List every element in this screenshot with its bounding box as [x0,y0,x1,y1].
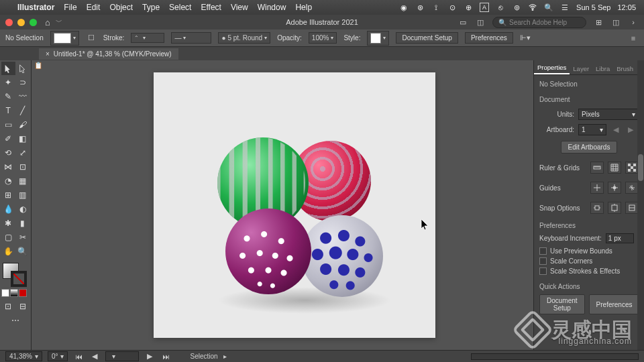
show-guides-icon[interactable] [590,182,604,194]
use-preview-bounds-checkbox[interactable]: Use Preview Bounds [539,247,639,255]
menu-help[interactable]: Help [295,3,312,12]
color-mode[interactable] [1,289,9,297]
symbol-sprayer-tool[interactable]: ✱ [1,217,15,230]
menu-object[interactable]: Object [109,3,133,12]
units-select[interactable]: Pixels▾ [578,109,639,120]
tab-layers[interactable]: Layer [570,63,592,74]
ruler-icon[interactable] [590,162,604,174]
curvature-tool[interactable]: 〰 [16,90,30,103]
gradient-tool[interactable]: ▥ [16,188,30,202]
edit-toolbar[interactable]: ⋯ [1,314,30,327]
keyboard-increment-input[interactable] [606,233,634,243]
type-tool[interactable]: T [1,104,15,117]
gradient-mode[interactable] [10,289,18,297]
menu-view[interactable]: View [231,3,248,12]
close-icon[interactable]: × [46,50,50,58]
next-artboard-icon[interactable]: ▶ [625,126,636,134]
menu-date[interactable]: Sun 5 Sep [576,3,610,11]
document-setup-button[interactable]: Document Setup [396,32,458,44]
menu-select[interactable]: Select [169,3,191,12]
shape-builder-tool[interactable]: ◔ [1,174,15,188]
stroke-weight[interactable]: ⌃▾ [131,33,164,43]
smart-guides-icon[interactable] [625,182,639,194]
canvas-area[interactable]: 📋 [32,60,533,350]
status-icon[interactable]: ⟟ [431,3,441,12]
share-icon[interactable]: ▭ [458,18,468,26]
paste-icon[interactable]: 📋 [34,62,42,69]
stroke-swatch[interactable] [11,271,27,287]
wifi-icon[interactable] [528,3,537,12]
line-tool[interactable]: ╱ [16,104,30,117]
magic-wand-tool[interactable]: ✦ [1,76,15,89]
horizontal-scrollbar[interactable] [471,353,639,360]
perspective-tool[interactable]: ▦ [16,174,30,188]
pen-tool[interactable]: ✎ [1,90,15,103]
minimize-button[interactable] [17,19,25,26]
draw-mode[interactable]: ⊡ [1,300,15,313]
align-icon[interactable]: ⊩▾ [520,34,531,42]
style-swatch[interactable]: ▾ [367,31,389,46]
prev-artboard-icon[interactable]: ◀ [610,126,621,134]
status-icon[interactable]: ⊛ [415,3,425,12]
status-icon[interactable]: ⊙ [447,3,457,12]
status-menu-icon[interactable]: ▸ [223,353,227,360]
transparency-grid-icon[interactable] [625,162,639,174]
artboard-nav-prev[interactable]: ◀ [89,353,100,361]
workspace-icon[interactable]: ⊞ [593,18,604,26]
bluetooth-icon[interactable]: ⎋ [496,3,505,12]
document-tab[interactable]: × Untitled-1* @ 41,38 % (CMYK/Preview) [39,48,178,60]
grid-icon[interactable] [608,162,621,174]
control-center-icon[interactable]: ☰ [560,3,570,12]
fill-stroke-control[interactable] [1,261,28,287]
zoom-field[interactable]: 41,38%▾ [5,351,42,361]
qa-document-setup-button[interactable]: Document Setup [539,294,585,314]
shaper-tool[interactable]: ✐ [1,132,15,145]
paintbrush-tool[interactable]: 🖌 [16,118,30,131]
zoom-tool[interactable]: 🔍 [16,245,30,258]
qa-preferences-button[interactable]: Preferences [589,294,640,314]
lasso-tool[interactable]: ⊃ [16,76,30,89]
artboard-nav[interactable]: ▾ [105,351,139,361]
scale-tool[interactable]: ⤢ [16,146,30,160]
scale-strokes-checkbox[interactable]: Scale Strokes & Effects [539,267,639,275]
lock-guides-icon[interactable] [608,182,621,194]
snap-point-icon[interactable] [590,202,604,214]
panel-scrollbar[interactable] [637,60,644,350]
language-icon[interactable]: A [480,3,489,12]
home-icon[interactable]: ⌂ [45,17,50,27]
artboard[interactable] [154,72,435,338]
edit-artboards-button[interactable]: Edit Artboards [561,141,618,154]
rotate-field[interactable]: 0°▾ [48,351,68,361]
collapse-icon[interactable]: › [628,18,639,26]
tab-brushes[interactable]: Brush [613,63,637,74]
search-icon[interactable]: 🔍 [544,3,553,12]
artboard-tool[interactable]: ▢ [1,231,15,244]
panel-menu-icon[interactable]: ≡ [628,34,639,42]
help-search[interactable]: 🔍 Search Adobe Help [492,17,586,28]
snap-grid-icon[interactable] [608,202,621,214]
menu-time[interactable]: 12:05 [617,3,636,11]
mesh-tool[interactable]: ⊞ [1,188,15,202]
maximize-button[interactable] [30,19,37,26]
preferences-button[interactable]: Preferences [465,32,513,44]
fill-none-icon[interactable]: ☐ [86,34,97,42]
tab-properties[interactable]: Properties [534,62,570,74]
opacity-input[interactable]: 100%▾ [309,32,337,44]
artboard-nav-last[interactable]: ⏭ [160,353,171,361]
sphere-grey-hexagons[interactable] [301,215,383,297]
artboard-select[interactable]: 1▾ [578,124,606,135]
status-icon[interactable]: ◉ [399,3,409,12]
status-icon[interactable]: ⊕ [464,3,473,12]
stroke-dash[interactable]: —▾ [171,32,211,44]
artboard-nav-next[interactable]: ▶ [144,353,155,361]
wifi-icon[interactable]: ⊚ [512,3,521,12]
workspace-icon[interactable]: ◫ [610,18,621,26]
tab-libraries[interactable]: Libra [592,63,613,74]
menu-type[interactable]: Type [142,3,160,12]
sphere-purple-dots[interactable] [225,208,311,294]
stroke-profile[interactable]: ●5 pt. Round▾ [218,32,270,44]
none-mode[interactable] [19,289,27,297]
arrange-icon[interactable]: ◫ [475,18,486,26]
hand-tool[interactable]: ✋ [1,245,15,258]
menu-edit[interactable]: Edit [87,3,101,12]
